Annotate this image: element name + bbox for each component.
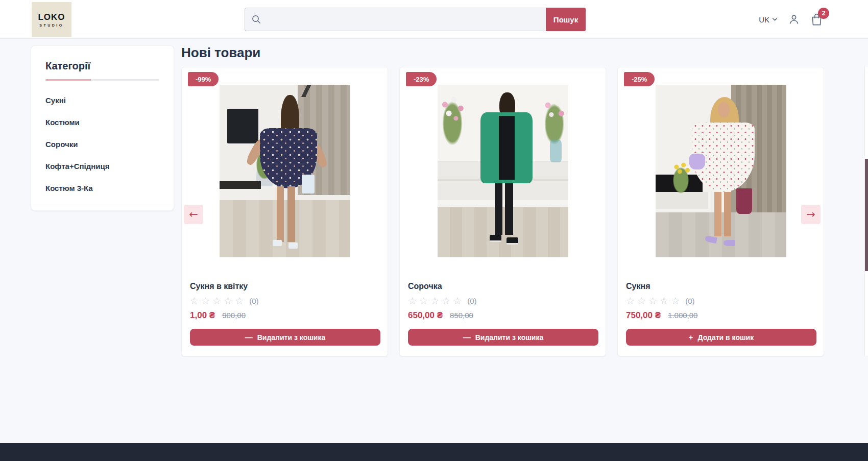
product-card: -23% Сорочка ☆☆☆☆☆ (0) 650, xyxy=(399,67,606,356)
search-bar: Пошук xyxy=(245,8,586,31)
discount-badge: -99% xyxy=(188,72,219,86)
discount-badge: -23% xyxy=(406,72,437,86)
list-item: Костюм 3-Ка xyxy=(45,184,159,193)
cart-button-label: Видалити з кошика xyxy=(475,333,544,342)
photo-shoe xyxy=(724,240,735,246)
photo-shoe xyxy=(288,242,298,249)
header-actions: UK 2 xyxy=(759,0,823,39)
star-icons: ☆☆☆☆☆ xyxy=(408,296,464,306)
product-title[interactable]: Сукня xyxy=(626,282,815,291)
current-price: 750,00 ₴ xyxy=(626,310,661,321)
rating-count: (0) xyxy=(249,297,258,305)
next-card-sliver xyxy=(865,67,868,356)
sidebar-item-kostyum-3ka[interactable]: Костюм 3-Ка xyxy=(45,184,93,192)
current-price: 650,00 ₴ xyxy=(408,310,443,321)
list-item: Костюми xyxy=(45,118,159,127)
product-card: -25% Сукня ☆☆☆☆☆ (0) xyxy=(617,67,824,356)
page: LOKO STUDIO Пошук UK xyxy=(0,0,868,461)
price-row: 650,00 ₴ 850,00 xyxy=(408,310,597,321)
minus-icon: — xyxy=(245,333,253,341)
sidebar-item-kostyumy[interactable]: Костюми xyxy=(45,118,80,127)
photo-figure-legs xyxy=(714,192,731,237)
remove-from-cart-button[interactable]: — Видалити з кошика xyxy=(408,329,598,346)
product-grid: -99% Сукня в квітку ☆☆☆☆☆ xyxy=(181,67,824,356)
list-item: Кофта+Спідниця xyxy=(45,162,159,171)
product-rating: ☆☆☆☆☆ (0) xyxy=(408,296,597,306)
old-price: 900,00 xyxy=(222,311,246,320)
product-image[interactable] xyxy=(656,85,786,257)
chevron-down-icon xyxy=(772,17,778,21)
logo-text: LOKO xyxy=(38,12,65,22)
photo-sneaker xyxy=(507,237,518,245)
carousel-next-button[interactable]: → xyxy=(801,205,821,224)
header: LOKO STUDIO Пошук UK xyxy=(0,0,868,39)
rating-count: (0) xyxy=(685,297,694,305)
add-to-cart-button[interactable]: + Додати в кошик xyxy=(626,329,816,346)
category-list: Сукні Костюми Сорочки Кофта+Спідниця Кос… xyxy=(45,96,159,193)
price-row: 750,00 ₴ 1.000,00 xyxy=(626,310,815,321)
footer xyxy=(0,443,868,461)
photo-planter xyxy=(736,188,752,214)
photo-figure-top xyxy=(499,116,515,180)
sidebar-item-sorochky[interactable]: Сорочки xyxy=(45,140,78,149)
arrow-left-icon: ← xyxy=(189,208,198,221)
product-image[interactable] xyxy=(438,85,568,257)
product-rating: ☆☆☆☆☆ (0) xyxy=(190,296,379,306)
cart-button-label: Додати в кошик xyxy=(698,333,754,342)
search-icon xyxy=(251,14,261,25)
arrow-right-icon: → xyxy=(806,208,815,221)
plus-icon: + xyxy=(689,333,693,341)
photo-figure-legs xyxy=(495,183,513,235)
list-item: Сорочки xyxy=(45,140,159,149)
star-icons: ☆☆☆☆☆ xyxy=(190,296,246,306)
product-card: -99% Сукня в квітку ☆☆☆☆☆ xyxy=(181,67,388,356)
current-price: 1,00 ₴ xyxy=(190,310,215,321)
discount-badge: -25% xyxy=(624,72,655,86)
photo-shoe xyxy=(273,240,282,246)
star-icons: ☆☆☆☆☆ xyxy=(626,296,682,306)
search-button[interactable]: Пошук xyxy=(546,8,586,31)
old-price: 1.000,00 xyxy=(668,311,697,320)
old-price: 850,00 xyxy=(450,311,473,320)
price-row: 1,00 ₴ 900,00 xyxy=(190,310,379,321)
product-title[interactable]: Сукня в квітку xyxy=(190,282,379,291)
photo-tv xyxy=(227,109,258,143)
cart: 2 xyxy=(810,12,823,27)
photo-vase xyxy=(550,140,562,162)
sidebar-divider xyxy=(45,79,159,81)
photo-flowers xyxy=(438,93,468,156)
rating-count: (0) xyxy=(467,297,476,305)
account-button[interactable] xyxy=(788,13,800,26)
photo-handbag xyxy=(689,154,705,169)
cart-count-badge: 2 xyxy=(818,8,829,19)
product-image[interactable] xyxy=(220,85,350,257)
cart-button-label: Видалити з кошика xyxy=(257,333,326,342)
user-icon xyxy=(788,13,800,26)
photo-figure-legs xyxy=(277,186,295,241)
language-code: UK xyxy=(759,15,769,24)
language-selector[interactable]: UK xyxy=(759,15,778,24)
list-item: Сукні xyxy=(45,96,159,105)
photo-handbag xyxy=(302,175,315,193)
carousel-prev-button[interactable]: ← xyxy=(184,205,203,224)
logo-subtext: STUDIO xyxy=(39,23,63,27)
logo[interactable]: LOKO STUDIO xyxy=(32,2,71,37)
remove-from-cart-button[interactable]: — Видалити з кошика xyxy=(190,329,380,346)
sidebar-title: Категорії xyxy=(45,60,159,72)
search-box xyxy=(245,8,546,31)
photo-sneaker xyxy=(490,235,501,242)
search-input[interactable] xyxy=(266,15,536,24)
photo-tulips xyxy=(670,162,692,195)
minus-icon: — xyxy=(463,333,471,341)
categories-sidebar: Категорії Сукні Костюми Сорочки Кофта+Сп… xyxy=(31,45,174,211)
page-title: Нові товари xyxy=(181,45,260,61)
sidebar-item-sukni[interactable]: Сукні xyxy=(45,96,66,105)
product-rating: ☆☆☆☆☆ (0) xyxy=(626,296,815,306)
sidebar-item-kofta-spidnytsia[interactable]: Кофта+Спідниця xyxy=(45,162,110,171)
product-title[interactable]: Сорочка xyxy=(408,282,597,291)
